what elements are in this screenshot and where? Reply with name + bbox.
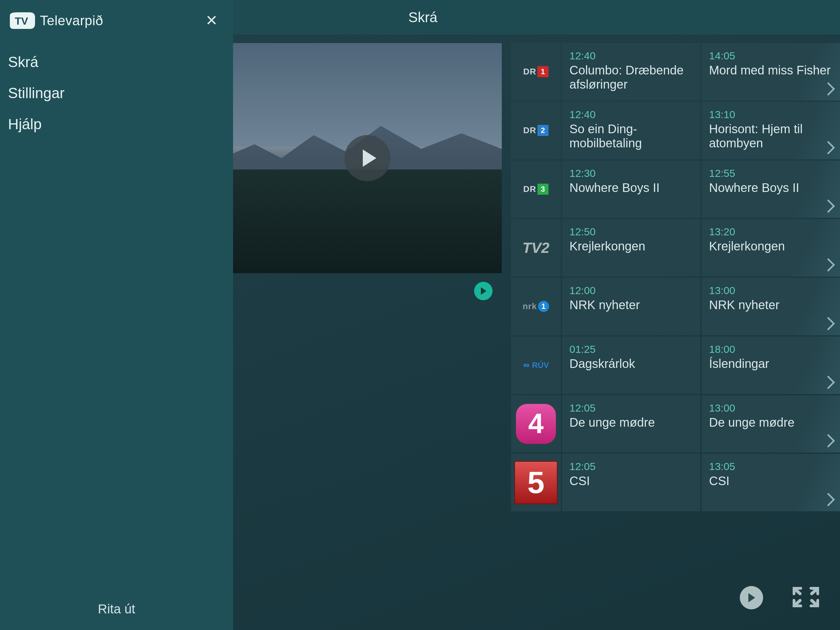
channel-logo-kanal4[interactable]: 4 xyxy=(511,395,561,453)
program-now[interactable]: 12:30 Nowhere Boys II xyxy=(562,161,700,218)
channel-logo-dr2[interactable]: DR2 xyxy=(511,102,561,159)
program-next[interactable]: 18:00 Íslendingar xyxy=(702,337,840,394)
program-time: 13:10 xyxy=(709,109,833,120)
fullscreen-button[interactable] xyxy=(793,587,819,608)
program-next[interactable]: 13:20 Krejlerkongen xyxy=(702,219,840,277)
program-now[interactable]: 12:05 De unge mødre xyxy=(562,395,700,453)
program-now[interactable]: 12:40 Columbo: Dræbende afsløringer xyxy=(562,43,700,101)
video-panel xyxy=(233,43,502,511)
chevron-right-icon xyxy=(826,82,836,96)
program-time: 12:05 xyxy=(569,461,693,473)
channel-logo-dr1[interactable]: DR1 xyxy=(511,43,561,101)
program-now[interactable]: 12:50 Krejlerkongen xyxy=(562,219,700,277)
channel-row: ⇔ RÚV 01:25 Dagskrárlok 18:00 Íslendinga… xyxy=(511,337,840,394)
page-title: Skrá xyxy=(408,9,437,25)
brand-logo: TV Televarpið xyxy=(9,11,103,30)
channel-logo-ruv[interactable]: ⇔ RÚV xyxy=(511,337,561,394)
program-title: CSI xyxy=(569,474,693,488)
sidebar-item-hjalp[interactable]: Hjálp xyxy=(8,116,225,133)
sidebar-footer: Rita út xyxy=(0,602,233,630)
sidebar-nav: Skrá Stillingar Hjálp xyxy=(0,41,233,133)
program-now[interactable]: 12:00 NRK nyheter xyxy=(562,278,700,335)
logout-button[interactable]: Rita út xyxy=(0,602,233,616)
program-time: 12:05 xyxy=(569,402,693,414)
video-controls xyxy=(233,273,502,300)
program-next[interactable]: 13:10 Horisont: Hjem til atombyen xyxy=(702,102,840,159)
channel-logo-kanal5[interactable]: 5 xyxy=(511,454,561,511)
play-overlay-button[interactable] xyxy=(344,135,390,181)
program-next[interactable]: 13:05 CSI xyxy=(702,454,840,511)
chevron-right-icon xyxy=(826,258,836,272)
channel-row: DR3 12:30 Nowhere Boys II 12:55 Nowhere … xyxy=(511,161,840,218)
program-title: Nowhere Boys II xyxy=(569,180,693,195)
play-icon xyxy=(479,287,488,295)
svg-text:TV: TV xyxy=(15,15,28,27)
sidebar-header: TV Televarpið ✕ xyxy=(0,0,233,41)
svg-marker-1 xyxy=(363,149,376,167)
chevron-right-icon xyxy=(826,199,836,214)
content-row: DR1 12:40 Columbo: Dræbende afsløringer … xyxy=(233,35,840,511)
program-title: Horisont: Hjem til atombyen xyxy=(709,122,833,150)
play-icon xyxy=(746,592,757,603)
program-title: De unge mødre xyxy=(709,415,833,429)
channel-row: TV2 12:50 Krejlerkongen 13:20 Krejlerkon… xyxy=(511,219,840,277)
play-icon xyxy=(359,148,379,168)
chevron-right-icon xyxy=(826,434,836,448)
program-now[interactable]: 12:40 So ein Ding-mobilbetaling xyxy=(562,102,700,159)
sidebar-drawer: TV Televarpið ✕ Skrá Stillingar Hjálp Ri… xyxy=(0,0,233,630)
program-now[interactable]: 12:05 CSI xyxy=(562,454,700,511)
program-title: NRK nyheter xyxy=(569,298,693,312)
main-content: DR1 12:40 Columbo: Dræbende afsløringer … xyxy=(233,35,840,630)
chevron-right-icon xyxy=(826,140,836,155)
program-title: Nowhere Boys II xyxy=(709,180,833,195)
video-preview[interactable] xyxy=(233,43,502,273)
channel-row: 4 12:05 De unge mødre 13:00 De unge mødr… xyxy=(511,395,840,453)
header-bar: Skrá xyxy=(233,0,840,35)
program-time: 01:25 xyxy=(569,343,693,355)
channel-logo-nrk1[interactable]: nrk1 xyxy=(511,278,561,335)
channel-row: 5 12:05 CSI 13:05 CSI xyxy=(511,454,840,511)
program-title: Dagskrárlok xyxy=(569,356,693,371)
program-title: So ein Ding-mobilbetaling xyxy=(569,122,693,150)
program-time: 12:40 xyxy=(569,50,693,62)
program-time: 12:40 xyxy=(569,109,693,120)
program-title: Krejlerkongen xyxy=(569,239,693,253)
channel-logo-tv2[interactable]: TV2 xyxy=(511,219,561,277)
channel-row: DR2 12:40 So ein Ding-mobilbetaling 13:1… xyxy=(511,102,840,159)
channel-row: nrk1 12:00 NRK nyheter 13:00 NRK nyheter xyxy=(511,278,840,335)
program-time: 13:00 xyxy=(709,402,833,414)
program-time: 12:30 xyxy=(569,167,693,179)
program-title: Columbo: Dræbende afsløringer xyxy=(569,63,693,91)
program-now[interactable]: 01:25 Dagskrárlok xyxy=(562,337,700,394)
program-title: CSI xyxy=(709,474,833,488)
chevron-right-icon xyxy=(826,492,836,507)
program-next[interactable]: 13:00 NRK nyheter xyxy=(702,278,840,335)
program-time: 12:00 xyxy=(569,285,693,296)
program-next[interactable]: 12:55 Nowhere Boys II xyxy=(702,161,840,218)
program-title: Krejlerkongen xyxy=(709,239,833,253)
program-time: 13:20 xyxy=(709,226,833,238)
program-time: 13:05 xyxy=(709,461,833,473)
svg-marker-3 xyxy=(748,593,755,602)
svg-marker-2 xyxy=(481,287,486,295)
footer-play-button[interactable] xyxy=(740,586,763,609)
chevron-right-icon xyxy=(826,316,836,331)
program-time: 13:00 xyxy=(709,285,833,296)
footer-controls xyxy=(233,565,840,630)
program-next[interactable]: 13:00 De unge mødre xyxy=(702,395,840,453)
mini-play-button[interactable] xyxy=(474,282,493,300)
sidebar-item-stillingar[interactable]: Stillingar xyxy=(8,85,225,101)
channel-list[interactable]: DR1 12:40 Columbo: Dræbende afsløringer … xyxy=(511,43,840,511)
channel-row: DR1 12:40 Columbo: Dræbende afsløringer … xyxy=(511,43,840,101)
program-title: De unge mødre xyxy=(569,415,693,429)
sidebar-item-skra[interactable]: Skrá xyxy=(8,54,225,70)
tv-logo-icon: TV xyxy=(9,11,36,30)
program-title: Íslendingar xyxy=(709,356,833,371)
close-icon[interactable]: ✕ xyxy=(202,10,221,31)
program-time: 12:55 xyxy=(709,167,833,179)
app-root: TV Televarpið ✕ Skrá Stillingar Hjálp Ri… xyxy=(0,0,840,630)
chevron-right-icon xyxy=(826,375,836,390)
brand-name: Televarpið xyxy=(40,13,103,28)
program-next[interactable]: 14:05 Mord med miss Fisher xyxy=(702,43,840,101)
channel-logo-dr3[interactable]: DR3 xyxy=(511,161,561,218)
